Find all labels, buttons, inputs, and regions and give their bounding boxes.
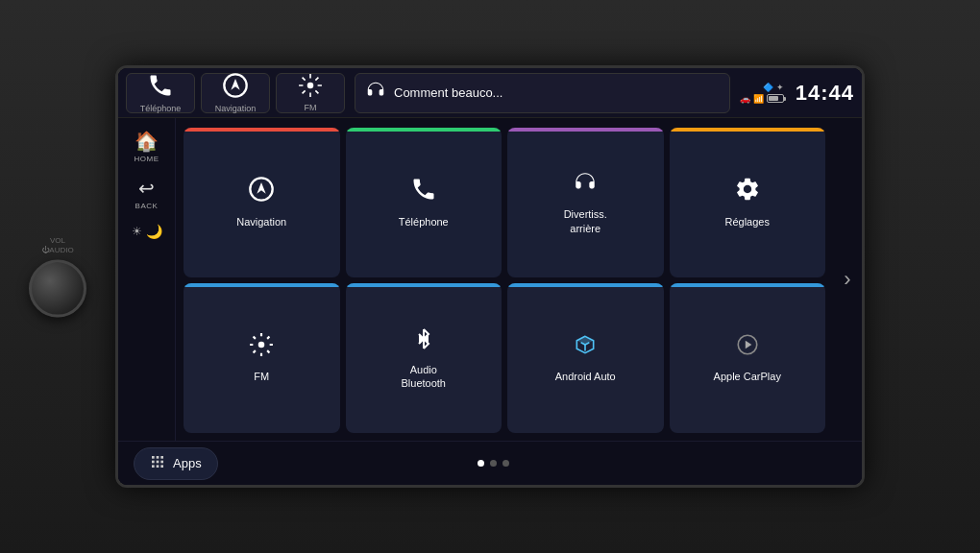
signal-status-icon: 📶 [753,94,764,104]
vol-label: VOL⏻AUDIO [41,236,73,256]
main-area: 🏠 HOME ↩ BACK ☀ 🌙 [118,118,862,441]
apple-carplay-tile[interactable]: Apple CarPlay [670,283,826,433]
car-frame: VOL⏻AUDIO Téléphone [0,0,980,553]
telephone-tile-icon [410,176,437,209]
bottom-bar: Apps [118,441,862,485]
navigation-tab-label: Navigation [215,104,257,113]
svg-rect-15 [157,465,159,468]
headphone-icon [365,80,386,106]
fm-tile-label: FM [254,370,269,383]
left-sidebar: 🏠 HOME ↩ BACK ☀ 🌙 [118,118,176,441]
svg-rect-16 [160,465,163,468]
android-auto-tile[interactable]: Android Auto [507,283,664,433]
back-button[interactable]: ↩ BACK [135,177,159,210]
status-row-top: 🔷 ✦ [763,83,784,92]
fm-tab-icon [298,73,323,101]
svg-rect-12 [157,460,159,463]
car-status-icon: 🚗 [740,94,750,104]
grid-row-1: Navigation Téléphone [184,128,825,277]
page-dot-1[interactable] [478,460,484,467]
audio-bluetooth-tile[interactable]: AudioBluetooth [346,283,502,433]
status-area: 🔷 ✦ 🚗 📶 14:44 [740,81,854,106]
page-dots [478,460,509,467]
apple-carplay-tile-label: Apple CarPlay [714,370,781,383]
fm-tile[interactable]: FM [184,283,340,433]
telephone-tile[interactable]: Téléphone [346,128,502,277]
tab-navigation[interactable]: Navigation [201,73,270,113]
screen-content: Téléphone Navigation [118,68,862,485]
status-row-bottom: 🚗 📶 [740,94,784,104]
svg-point-2 [307,83,314,89]
apps-button[interactable]: Apps [134,447,218,480]
fm-tile-icon [249,332,274,364]
apps-label: Apps [173,456,202,470]
android-auto-tile-icon [573,332,598,364]
left-controls: VOL⏻AUDIO [29,236,86,318]
now-playing-text: Comment beauco... [394,85,502,100]
volume-knob[interactable] [29,259,86,317]
bluetooth-tile-icon [412,326,435,357]
svg-rect-9 [157,456,159,459]
android-auto-tile-label: Android Auto [555,370,616,383]
svg-rect-13 [160,460,163,463]
svg-marker-1 [231,79,239,90]
grid-row-2: FM [184,283,825,433]
telephone-tab-label: Téléphone [140,104,182,113]
fm-tab-label: FM [305,103,317,112]
svg-marker-7 [746,341,752,349]
app-grid: Navigation Téléphone [176,118,833,441]
status-icons: 🔷 ✦ 🚗 📶 [740,83,784,104]
phone-tab-icon [147,72,174,102]
next-page-arrow[interactable]: › [844,267,850,292]
time-display: 14:44 [790,81,854,106]
now-playing-bar[interactable]: Comment beauco... [355,73,730,113]
svg-point-5 [258,342,265,349]
nav-tab-icon [222,72,249,102]
page-dot-3[interactable] [502,460,509,467]
moon-icon: 🌙 [146,224,162,239]
audio-bluetooth-tile-label: AudioBluetooth [402,363,446,391]
divertissement-tile-label: Divertiss.arrière [564,207,607,235]
reglages-tile-label: Réglages [725,215,770,228]
wifi-status-icon: ✦ [776,83,784,92]
navigation-tile[interactable]: Navigation [184,128,340,277]
navigation-tile-icon [248,176,275,209]
svg-marker-4 [257,182,266,194]
reglages-tile-icon [734,176,761,209]
apps-grid-icon [150,454,165,473]
back-label: BACK [135,202,159,210]
home-icon: 🏠 [135,130,159,153]
page-dot-2[interactable] [490,460,497,467]
battery-icon [767,94,784,103]
right-arrow-area: › [833,118,862,441]
divertissement-tile-icon [573,170,598,202]
tab-fm[interactable]: FM [276,73,345,113]
svg-rect-14 [152,465,155,468]
svg-rect-11 [152,460,155,463]
brightness-control[interactable]: ☀ 🌙 [132,224,162,239]
home-label: HOME [135,155,159,163]
telephone-tile-label: Téléphone [399,215,449,228]
sun-icon: ☀ [132,225,142,238]
screen-bezel: Téléphone Navigation [115,65,865,488]
back-icon: ↩ [138,177,155,200]
divertissement-tile[interactable]: Divertiss.arrière [507,128,664,277]
reglages-tile[interactable]: Réglages [670,128,826,277]
top-bar: Téléphone Navigation [118,68,862,118]
svg-rect-8 [152,456,155,459]
navigation-tile-label: Navigation [236,215,286,228]
apple-carplay-tile-icon [735,332,760,364]
svg-rect-10 [160,456,163,459]
bluetooth-status-icon: 🔷 [763,83,773,92]
tab-telephone[interactable]: Téléphone [126,73,195,113]
home-button[interactable]: 🏠 HOME [135,130,159,163]
volume-knob-area: VOL⏻AUDIO [29,236,86,318]
